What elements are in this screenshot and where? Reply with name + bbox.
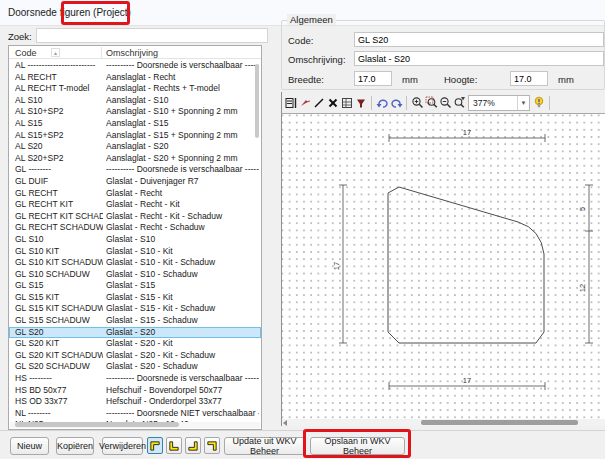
line-icon bbox=[313, 97, 325, 109]
list-row[interactable]: HS OD 33x77Hefschuif - Onderdorpel 33x77 bbox=[9, 396, 261, 408]
zoom-out-button[interactable] bbox=[438, 94, 452, 111]
list-row[interactable]: GL RECHT SCHADUWGlaslat - Recht - Schadu… bbox=[9, 222, 261, 234]
corner-orientation-1-button[interactable] bbox=[147, 437, 163, 454]
dimension-left-label: 17 bbox=[332, 262, 341, 270]
list-cell-code: GL RECHT SCHADUW bbox=[15, 222, 103, 234]
list-cell-code: GL S15 SCHADUW bbox=[15, 315, 103, 327]
list-row[interactable]: AL RECHTAanslaglat - Recht bbox=[9, 72, 261, 84]
column-header-description[interactable]: Omschrijving bbox=[106, 48, 158, 58]
draw-line-button[interactable] bbox=[312, 94, 326, 111]
list-cell-description: Hefschuif - Bovendorpel 50x77 bbox=[106, 385, 259, 397]
list-header[interactable]: Code ▴ Omschrijving bbox=[9, 46, 261, 59]
corner-orientation-4-button[interactable] bbox=[204, 437, 220, 454]
list-cell-code: GL RECHT KIT bbox=[15, 199, 103, 211]
corner-orientation-2-icon bbox=[168, 440, 180, 452]
list-row[interactable]: GL S15 SCHADUWGlaslat - S15 - Schaduw bbox=[9, 315, 261, 327]
list-row[interactable]: AL ---------------------------------- Do… bbox=[9, 60, 261, 72]
list-row[interactable]: GL S15Glaslat - S15 bbox=[9, 280, 261, 292]
list-row[interactable]: HS BD 50x77Hefschuif - Bovendorpel 50x77 bbox=[9, 385, 261, 397]
list-row[interactable]: AL RECHT T-modelAanslaglat - Rechts + T-… bbox=[9, 83, 261, 95]
delete-icon bbox=[327, 97, 339, 109]
copy-button[interactable]: Kopiëren bbox=[56, 437, 94, 455]
description-field[interactable] bbox=[354, 51, 604, 66]
list-row[interactable]: NL ------------------ Doorsnede NIET ver… bbox=[9, 408, 261, 420]
list-row[interactable]: AL S10+SP2Aanslaglat - S10 + Sponning 2 … bbox=[9, 106, 261, 118]
drawing-canvas[interactable]: 17 17 17 5 12 bbox=[281, 113, 605, 426]
list-vertical-scrollbar-thumb[interactable] bbox=[255, 64, 259, 138]
list-cell-code: GL S10 bbox=[15, 234, 103, 246]
redo-button[interactable] bbox=[389, 94, 403, 111]
list-cell-code: GL S15 bbox=[15, 280, 103, 292]
list-row[interactable]: AL S15Aanslaglat - S15 bbox=[9, 118, 261, 130]
list-row[interactable]: GL S15 KITGlaslat - S15 - Kit bbox=[9, 292, 261, 304]
list-row[interactable]: AL S15+SP2Aanslaglat - S15 + Sponning 2 … bbox=[9, 130, 261, 142]
list-horizontal-scrollbar-thumb[interactable] bbox=[15, 422, 179, 427]
list-cell-code: AL S15+SP2 bbox=[15, 130, 103, 142]
delete-button[interactable]: Verwijderen bbox=[102, 437, 143, 455]
list-row[interactable]: GL S10 KITGlaslat - S10 - Kit bbox=[9, 246, 261, 258]
canvas-horizontal-scrollbar[interactable] bbox=[282, 419, 605, 426]
undo-icon bbox=[376, 97, 389, 109]
list-row[interactable]: AL S20+SP2Aanslaglat - S20 + Sponning 2 … bbox=[9, 153, 261, 165]
width-field[interactable] bbox=[354, 71, 392, 86]
properties-panel-button[interactable] bbox=[284, 94, 298, 111]
list-row[interactable]: GL S20Glaslat - S20 bbox=[9, 327, 261, 339]
list-row[interactable]: GL S20 KIT SCHADUWGlaslat - S20 - Kit - … bbox=[9, 350, 261, 362]
list-row[interactable]: GL RECHTGlaslat - Recht bbox=[9, 188, 261, 200]
zoom-out-icon bbox=[439, 96, 452, 109]
dimension-right-top-label: 5 bbox=[578, 207, 587, 211]
groupbox-legend: Algemeen bbox=[287, 14, 336, 25]
list-row[interactable]: GL S10 KIT SCHADUWGlaslat - S10 - Kit - … bbox=[9, 257, 261, 269]
list-row[interactable]: GL ------------------ Doorsnede is versc… bbox=[9, 164, 261, 176]
new-button[interactable]: Nieuw bbox=[10, 437, 49, 455]
list-row[interactable]: GL DUIFGlaslat - Duivenjager R7 bbox=[9, 176, 261, 188]
list-row[interactable]: HS ------------------ Doorsnede is versc… bbox=[9, 373, 261, 385]
grid-button[interactable] bbox=[340, 94, 354, 111]
height-field[interactable] bbox=[510, 71, 548, 86]
list-row[interactable]: GL S15 KIT SCHADUWGlaslat - S15 - Kit - … bbox=[9, 303, 261, 315]
corner-orientation-4-icon bbox=[206, 440, 218, 452]
list-row[interactable]: GL S20 SCHADUWGlaslat - S20 - Schaduw bbox=[9, 361, 261, 373]
column-header-code[interactable]: Code bbox=[15, 48, 37, 58]
zoom-window-icon bbox=[425, 96, 438, 109]
figure-list: Code ▴ Omschrijving AL -----------------… bbox=[8, 45, 262, 430]
corner-orientation-2-button[interactable] bbox=[166, 437, 182, 454]
doorsnede-figuren-window: Doorsnede figuren (Project) Zoek: Code ▴… bbox=[0, 0, 605, 459]
list-row[interactable]: AL S10Aanslaglat - S10 bbox=[9, 95, 261, 107]
corner-orientation-3-icon bbox=[187, 440, 199, 452]
fill-tool-button[interactable] bbox=[354, 94, 368, 111]
list-cell-code: HS -------- bbox=[15, 373, 103, 385]
list-row[interactable]: AL S20Aanslaglat - S20 bbox=[9, 141, 261, 153]
list-row[interactable]: GL RECHT KITGlaslat - Recht - Kit bbox=[9, 199, 261, 211]
hint-lamp-button[interactable] bbox=[532, 94, 546, 111]
zoom-window-button[interactable] bbox=[424, 94, 438, 111]
scroll-left-arrow-icon[interactable] bbox=[283, 420, 287, 426]
list-cell-description: Glaslat - Recht - Kit bbox=[106, 199, 259, 211]
update-from-wkv-button[interactable]: Update uit WKV Beheer bbox=[224, 437, 305, 455]
list-row[interactable]: GL RECHT KIT SCHADUWGlaslat - Recht - Ki… bbox=[9, 211, 261, 223]
list-row[interactable]: GL S10Glaslat - S10 bbox=[9, 234, 261, 246]
list-cell-description: Glaslat - S20 bbox=[106, 327, 259, 339]
undo-button[interactable] bbox=[375, 94, 389, 111]
list-row[interactable]: GL S10 SCHADUWGlaslat - S10 - Schaduw bbox=[9, 269, 261, 281]
list-cell-description: Aanslaglat - S20 bbox=[106, 141, 259, 153]
list-cell-code: AL S20 bbox=[15, 141, 103, 153]
list-cell-code: AL S20+SP2 bbox=[15, 153, 103, 165]
zoom-in-button[interactable] bbox=[410, 94, 424, 111]
list-row[interactable]: GL S20 KITGlaslat - S20 - Kit bbox=[9, 338, 261, 350]
list-cell-code: GL S10 KIT SCHADUW bbox=[15, 257, 103, 269]
corner-orientation-3-button[interactable] bbox=[185, 437, 201, 454]
pointer-tool-button[interactable] bbox=[298, 94, 312, 111]
zoom-extents-button[interactable] bbox=[452, 94, 466, 111]
zoom-level-combo[interactable]: 377% ▼ bbox=[468, 95, 530, 111]
list-cell-description: Hefschuif - Onderdorpel 33x77 bbox=[106, 396, 259, 408]
canvas-horizontal-scrollbar-thumb[interactable] bbox=[421, 420, 578, 425]
list-horizontal-scrollbar[interactable] bbox=[10, 422, 260, 428]
drawing-toolbar: 377% ▼ bbox=[281, 92, 605, 113]
search-input[interactable] bbox=[36, 28, 268, 43]
list-cell-code: GL S15 KIT bbox=[15, 292, 103, 304]
save-to-wkv-button[interactable]: Opslaan in WKV Beheer bbox=[310, 437, 405, 455]
code-field[interactable] bbox=[354, 32, 604, 47]
delete-point-button[interactable] bbox=[326, 94, 340, 111]
list-cell-description: Aanslaglat - S10 bbox=[106, 95, 259, 107]
